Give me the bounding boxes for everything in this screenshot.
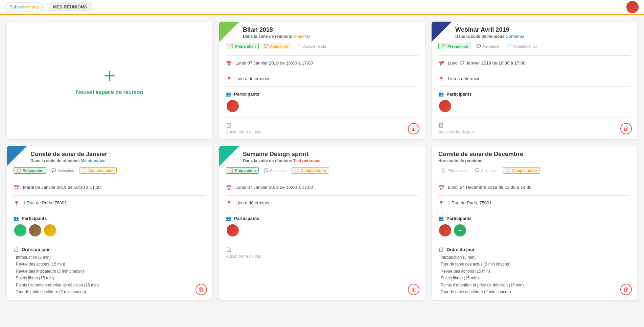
avatar-2[interactable]: [28, 224, 42, 237]
meeting-card-comite-janvier: Comité de suivi de Janvier Dans la suite…: [7, 146, 212, 300]
date-row: 📅 Lundi 07 Janvier 2019 de 16:00 à 17:00: [432, 58, 637, 68]
avatar-1[interactable]: [14, 224, 27, 237]
divider: [438, 195, 630, 196]
tab-preparation[interactable]: 📋 Préparation: [438, 43, 471, 49]
card-subtitle: Dans la suite de réunions Objectifs: [243, 34, 418, 39]
participants-label: 👥 Participants: [226, 92, 418, 97]
people-icon: 👥: [438, 92, 444, 97]
divider: [438, 242, 630, 242]
people-icon: 👥: [226, 92, 231, 97]
subtitle-series[interactable]: Maintenance: [81, 158, 106, 163]
tab-animation[interactable]: 💬 Animation: [473, 43, 502, 49]
participants-label: 👥 Participants: [14, 216, 206, 221]
tab-preparation[interactable]: 📋 Préparation: [14, 167, 46, 174]
date-row: 📅 Lundi 07 Janvier 2019 de 16:00 à 17:00: [219, 183, 425, 193]
tab-compte-rendu[interactable]: 📄 Compte rendu: [79, 167, 117, 174]
avatar[interactable]: [226, 99, 239, 113]
tab-preparation[interactable]: 📋 Préparation: [226, 43, 259, 49]
agenda-icon: 📋: [226, 247, 231, 252]
anim-icon: 💬: [264, 168, 269, 173]
location-icon: 📍: [438, 76, 444, 82]
corner-triangle: [219, 146, 239, 166]
no-agenda-text: Aucun ordre du jour: [226, 254, 418, 259]
tab-animation[interactable]: 💬 Animation: [48, 167, 77, 174]
avatar-extra[interactable]: +: [453, 224, 467, 237]
tab-animation[interactable]: 💬 Animation: [261, 43, 291, 49]
avatar[interactable]: [438, 99, 452, 113]
card-header: Comité de suivi de Janvier Dans la suite…: [7, 146, 212, 163]
tab-animation[interactable]: 💬 Animation: [472, 167, 501, 174]
agenda-label-title: 📋 Ordre du jour: [438, 247, 630, 252]
delete-button[interactable]: 🗑: [620, 123, 632, 134]
location-icon: 📍: [14, 201, 20, 206]
avatar-1[interactable]: [226, 224, 239, 237]
card-title[interactable]: Webinar Avril 2019: [455, 26, 630, 33]
tab-compte-rendu[interactable]: 📄 Compte rendu: [504, 43, 540, 49]
card-title[interactable]: Bilan 2018: [243, 26, 418, 33]
location-text: Lieu à déterminer: [448, 76, 482, 81]
agenda-label: 📋: [226, 247, 418, 252]
subtitle-prefix: Dans la suite de réunions: [30, 158, 79, 163]
cr-icon: 📄: [296, 44, 301, 48]
agenda-item: · Revue des actions (15 min): [438, 268, 630, 275]
cr-label: Compte rendu: [88, 169, 114, 173]
participants-title: Participants: [234, 216, 259, 221]
agenda-item: · Sujets libres (15 min): [438, 275, 630, 281]
people-icon: 👥: [226, 216, 231, 221]
location-icon: 📍: [226, 201, 232, 206]
tab-compte-rendu[interactable]: 📄 Compte rendu: [293, 43, 329, 49]
avatar-1[interactable]: [438, 224, 452, 237]
tab-preparation[interactable]: 📋 Préparation: [438, 167, 470, 174]
subtitle-series[interactable]: Test personas: [293, 158, 320, 163]
divider: [438, 71, 630, 71]
meeting-card-design-sprint: Semaine Design sprint Dans la suite de r…: [219, 146, 425, 300]
agenda-icon: 📋: [438, 247, 444, 252]
tab-compte-rendu[interactable]: 📄 Compte rendu: [503, 167, 540, 174]
people-icon: 👥: [14, 216, 19, 221]
participants-label: 👥 Participants: [438, 216, 630, 221]
prep-label: Préparation: [235, 169, 256, 173]
subtitle-prefix: Dans la suite de réunions: [455, 34, 504, 39]
prep-label: Préparation: [235, 44, 256, 48]
date-row: 📅 Lundi 07 Janvier 2019 de 16:00 à 17:00: [219, 58, 425, 68]
subtitle-series[interactable]: Objectifs: [293, 34, 310, 39]
agenda-items: · Introduction (5 min) · Tour de table d…: [438, 254, 630, 295]
status-tabs: 📋 Préparation 💬 Animation 📄 Compte rendu: [432, 165, 637, 177]
participants-label: 👥 Participants: [438, 92, 630, 97]
date-text: Lundi 07 Janvier 2019 de 16:00 à 17:00: [235, 60, 313, 66]
prep-label: Préparation: [23, 169, 43, 173]
prep-icon: 📋: [229, 168, 234, 173]
card-title[interactable]: Semaine Design sprint: [243, 151, 418, 158]
divider: [438, 180, 630, 180]
cr-label: Compte rendu: [302, 44, 326, 48]
no-agenda-text: Aucun ordre du jour: [438, 130, 630, 134]
card-title[interactable]: Comité de suivi de Décembre: [438, 151, 630, 158]
calendar-icon: 📅: [438, 185, 444, 191]
agenda-item: · Revue des indicateurs (5 min chacun): [14, 268, 206, 275]
new-meeting-card[interactable]: + Nouvel espace de réunion: [7, 22, 212, 139]
avatars-list: [438, 99, 630, 113]
participants-title: Participants: [446, 216, 472, 221]
delete-button[interactable]: 🗑: [408, 284, 419, 295]
anim-label: Animation: [270, 44, 288, 48]
meeting-card-bilan2018: Bilan 2018 Dans la suite de réunions Obj…: [219, 22, 425, 139]
location-icon: 📍: [438, 201, 444, 206]
logo[interactable]: BubbleMeeting: [5, 2, 43, 11]
user-avatar[interactable]: [626, 1, 639, 13]
participants-section: 👥 Participants: [432, 90, 637, 115]
subtitle-series[interactable]: Contenus: [506, 34, 524, 39]
avatar-3[interactable]: [43, 224, 57, 237]
card-header: Comité de suivi de Décembre Hors suite d…: [432, 146, 637, 163]
tab-animation[interactable]: 💬 Animation: [261, 167, 290, 174]
divider: [14, 195, 206, 196]
header: BubbleMeeting MES RÉUNIONS: [0, 0, 644, 15]
cr-label: Compte rendu: [512, 169, 537, 173]
cr-icon: 📄: [82, 168, 87, 173]
tab-preparation[interactable]: 📋 Préparation: [226, 167, 259, 174]
agenda-item: · Points d'attention et prise de décisio…: [14, 282, 206, 288]
logo-bubble: Bubble: [9, 4, 23, 9]
nav-mes-reunions[interactable]: MES RÉUNIONS: [48, 2, 92, 11]
card-title[interactable]: Comité de suivi de Janvier: [30, 151, 206, 158]
tab-compte-rendu[interactable]: 📄 Compte rendu: [292, 167, 329, 174]
delete-button[interactable]: 🗑: [408, 123, 419, 134]
